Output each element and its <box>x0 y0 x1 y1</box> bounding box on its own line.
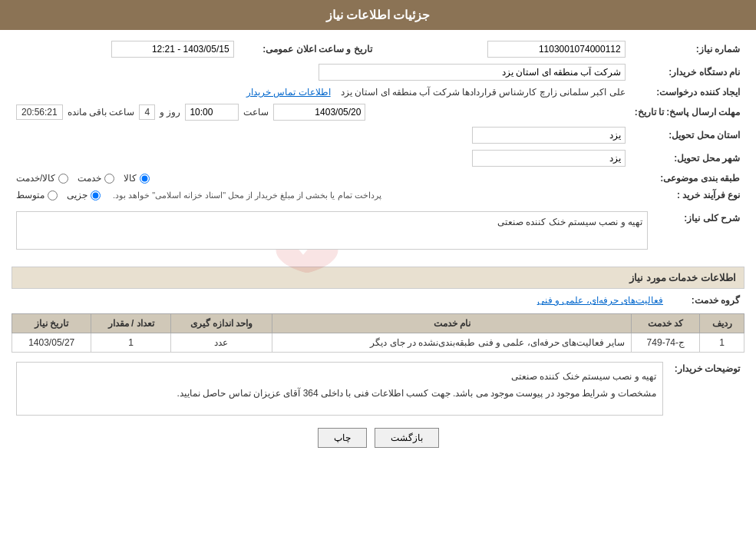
purchase-radio-partial: جزیی <box>67 190 101 200</box>
services-table-header: ردیف کد خدمت نام خدمت واحد اندازه گیری ت… <box>12 314 744 333</box>
row-creator: ایجاد کننده درخواست: علی اکبر سلمانی زار… <box>12 84 744 101</box>
cell-row: 1 <box>700 333 744 353</box>
print-button[interactable]: چاپ <box>318 428 367 448</box>
city-input[interactable] <box>472 150 626 167</box>
page-header: جزئیات اطلاعات نیاز <box>0 0 756 30</box>
announce-date-label: تاریخ و ساعت اعلان عمومی: <box>239 38 377 61</box>
deadline-time-input[interactable] <box>185 104 239 121</box>
description-table: شرح کلی نیاز: تهیه و نصب سیستم خنک کننده… <box>12 208 744 260</box>
medium-label: متوسط <box>16 190 45 200</box>
province-label: استان محل تحویل: <box>630 124 744 147</box>
service-label: خدمت <box>78 173 101 184</box>
buyer-desc-text: تهیه و نصب سیستم خنک کننده صنعتی مشخصات … <box>177 371 656 399</box>
col-header-name: نام خدمت <box>272 314 632 333</box>
col-header-row: ردیف <box>700 314 744 333</box>
buyer-desc-label: توضیحات خریدار: <box>668 359 744 419</box>
countdown-label: ساعت باقی مانده <box>68 107 135 118</box>
page-wrapper: جزئیات اطلاعات نیاز شماره نیاز: تاریخ و … <box>0 0 756 540</box>
days-value: 4 <box>139 104 155 120</box>
row-province: استان محل تحویل: <box>12 124 744 147</box>
description-label: شرح کلی نیاز: <box>652 208 744 260</box>
creator-value: علی اکبر سلمانی زارچ کارشناس قراردادها ش… <box>12 84 630 101</box>
kala-radio[interactable] <box>140 174 150 184</box>
deadline-date-input[interactable] <box>273 104 365 121</box>
cell-unit: عدد <box>170 333 272 353</box>
category-radio-service: خدمت <box>78 173 114 184</box>
service-group-table: گروه خدمت: فعالیت‌های حرفه‌ای، علمی و فن… <box>12 292 744 309</box>
purchase-type-value: متوسط جزیی پرداخت تمام یا بخشی از مبلغ خ… <box>12 187 630 204</box>
buyer-desc-table: توضیحات خریدار: تهیه و نصب سیستم خنک کنن… <box>12 359 744 419</box>
description-value-cell: تهیه و نصب سیستم خنک کننده صنعتی <box>12 208 652 260</box>
announce-date-value <box>12 38 239 61</box>
category-options: کالا/خدمت خدمت کالا <box>12 170 630 187</box>
description-text: تهیه و نصب سیستم خنک کننده صنعتی <box>497 217 642 227</box>
back-button[interactable]: بازگشت <box>375 428 439 448</box>
services-header-row: ردیف کد خدمت نام خدمت واحد اندازه گیری ت… <box>12 314 744 333</box>
khadmat-radio[interactable] <box>58 174 68 184</box>
announce-date-input[interactable] <box>111 41 234 58</box>
purchase-note: پرداخت تمام یا بخشی از مبلغ خریدار از مح… <box>113 190 381 200</box>
need-number-value <box>377 38 630 61</box>
cell-qty: 1 <box>91 333 170 353</box>
col-header-qty: تعداد / مقدار <box>91 314 170 333</box>
category-radio-group: کالا/خدمت خدمت کالا <box>16 173 626 184</box>
buyer-org-input[interactable] <box>319 64 626 81</box>
row-buyer-desc: توضیحات خریدار: تهیه و نصب سیستم خنک کنن… <box>12 359 744 419</box>
buyer-org-value <box>12 61 630 84</box>
row-need-number: شماره نیاز: تاریخ و ساعت اعلان عمومی: <box>12 38 744 61</box>
countdown-box: 20:56:21 <box>16 104 63 120</box>
row-description: شرح کلی نیاز: تهیه و نصب سیستم خنک کننده… <box>12 208 744 260</box>
buyer-desc-box: تهیه و نصب سیستم خنک کننده صنعتی مشخصات … <box>16 362 663 416</box>
purchase-radio-medium: متوسط <box>16 190 58 200</box>
category-label: طبقه بندی موضوعی: <box>630 170 744 187</box>
city-value <box>12 147 630 170</box>
purchase-radio-group: متوسط جزیی <box>16 190 101 200</box>
countdown-row: 20:56:21 ساعت باقی مانده 4 روز و ساعت <box>16 104 626 121</box>
khadmat-label: کالا/خدمت <box>16 173 55 184</box>
service-group-label: گروه خدمت: <box>668 292 744 309</box>
buyer-org-label: نام دستگاه خریدار: <box>630 61 744 84</box>
main-info-table: شماره نیاز: تاریخ و ساعت اعلان عمومی: نا… <box>12 38 744 204</box>
province-input[interactable] <box>472 127 626 144</box>
description-box: تهیه و نصب سیستم خنک کننده صنعتی <box>16 211 648 250</box>
category-radio-kala: کالا <box>124 173 150 184</box>
page-title: جزئیات اطلاعات نیاز <box>326 8 431 22</box>
buttons-row: بازگشت چاپ <box>12 428 744 448</box>
cell-code: ج-74-749 <box>632 333 700 353</box>
content-area: شماره نیاز: تاریخ و ساعت اعلان عمومی: نا… <box>0 30 756 463</box>
row-service-group: گروه خدمت: فعالیت‌های حرفه‌ای، علمی و فن… <box>12 292 744 309</box>
creator-label: ایجاد کننده درخواست: <box>630 84 744 101</box>
col-header-unit: واحد اندازه گیری <box>170 314 272 333</box>
need-number-input[interactable] <box>487 41 626 58</box>
contact-link[interactable]: اطلاعات تماس خریدار <box>246 87 331 98</box>
days-label: روز و <box>160 107 180 118</box>
row-city: شهر محل تحویل: <box>12 147 744 170</box>
need-number-label: شماره نیاز: <box>630 38 744 61</box>
medium-radio[interactable] <box>48 190 58 200</box>
deadline-label: مهلت ارسال پاسخ: تا تاریخ: <box>630 101 744 124</box>
col-header-code: کد خدمت <box>632 314 700 333</box>
partial-label: جزیی <box>67 190 87 200</box>
cell-date: 1403/05/27 <box>12 333 91 353</box>
partial-radio[interactable] <box>91 190 101 200</box>
category-radio-khadmat: کالا/خدمت <box>16 173 68 184</box>
purchase-type-label: نوع فرآیند خرید : <box>630 187 744 204</box>
time-label: ساعت <box>243 107 269 118</box>
province-value <box>12 124 630 147</box>
deadline-value: 20:56:21 ساعت باقی مانده 4 روز و ساعت <box>12 101 630 124</box>
kala-label: کالا <box>124 173 137 184</box>
buyer-desc-value: تهیه و نصب سیستم خنک کننده صنعتی مشخصات … <box>12 359 668 419</box>
services-table-body: 1 ج-74-749 سایر فعالیت‌های حرفه‌ای، علمی… <box>12 333 744 353</box>
creator-text: علی اکبر سلمانی زارچ کارشناس قراردادها ش… <box>341 87 626 98</box>
row-deadline: مهلت ارسال پاسخ: تا تاریخ: 20:56:21 ساعت… <box>12 101 744 124</box>
col-header-date: تاریخ نیاز <box>12 314 91 333</box>
city-label: شهر محل تحویل: <box>630 147 744 170</box>
table-row: 1 ج-74-749 سایر فعالیت‌های حرفه‌ای، علمی… <box>12 333 744 353</box>
row-category: طبقه بندی موضوعی: کالا/خدمت خدمت کالا <box>12 170 744 187</box>
services-section-header: اطلاعات خدمات مورد نیاز <box>12 267 744 289</box>
cell-name: سایر فعالیت‌های حرفه‌ای، علمی و فنی طبقه… <box>272 333 632 353</box>
service-radio[interactable] <box>104 174 114 184</box>
services-table: ردیف کد خدمت نام خدمت واحد اندازه گیری ت… <box>12 313 744 353</box>
service-group-value: فعالیت‌های حرفه‌ای، علمی و فنی <box>12 292 668 309</box>
service-group-link[interactable]: فعالیت‌های حرفه‌ای، علمی و فنی <box>537 295 663 306</box>
